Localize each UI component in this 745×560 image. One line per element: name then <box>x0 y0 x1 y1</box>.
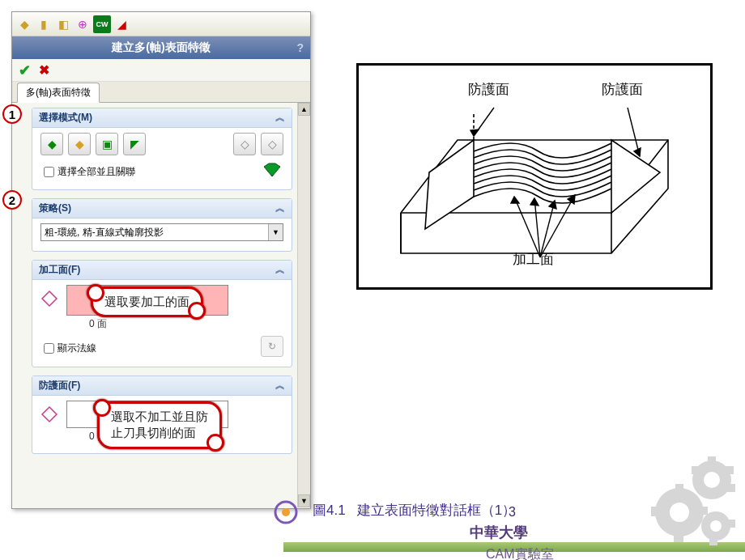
select-mode-btn-1[interactable]: ◆ <box>40 133 63 155</box>
svg-rect-30 <box>700 507 708 515</box>
svg-rect-28 <box>651 507 659 516</box>
strategy-value[interactable] <box>41 224 268 240</box>
lab-name: CAM實驗室 <box>486 546 554 560</box>
tab-cam-icon[interactable]: CW <box>93 15 111 33</box>
feature-manager-tabs: ◆ ▮ ◧ ⊕ CW ◢ <box>12 12 310 36</box>
callout-work-face: 選取要加工的面 <box>91 286 203 317</box>
select-mode-btn-3[interactable]: ▣ <box>96 133 118 155</box>
dropdown-icon[interactable]: ▼ <box>268 224 283 240</box>
filter-btn-1[interactable]: ◇ <box>233 133 256 155</box>
accept-cancel-row: ✔ ✖ <box>12 59 310 82</box>
tab-chart-icon[interactable]: ◢ <box>113 15 130 33</box>
scroll-up-icon[interactable]: ▲ <box>298 103 310 116</box>
tab-surface-feature[interactable]: 多(軸)表面特徵 <box>17 83 100 103</box>
group-header-guard-face[interactable]: 防護面(F) ︽ <box>32 376 292 396</box>
select-all-label: 選擇全部並且關聯 <box>57 165 135 179</box>
select-all-checkbox[interactable] <box>44 167 54 177</box>
ok-button[interactable]: ✔ <box>19 62 31 79</box>
label-guard-left: 防護面 <box>468 80 509 99</box>
scrollbar[interactable]: ▲ ▼ <box>297 103 310 507</box>
guard-face-diamond-icon <box>40 405 58 423</box>
strategy-combo[interactable]: ▼ <box>40 223 283 241</box>
svg-marker-6 <box>634 148 641 156</box>
tab-assembly-icon[interactable]: ◆ <box>15 15 33 33</box>
gears-decor-icon <box>635 452 740 549</box>
refresh-button[interactable]: ↻ <box>261 336 283 357</box>
svg-rect-29 <box>674 534 683 542</box>
select-mode-btn-4[interactable]: ◤ <box>123 133 146 155</box>
diagram-frame: 防護面 防護面 加工面 <box>356 63 713 290</box>
svg-line-11 <box>540 201 555 257</box>
annotation-badge-2: 2 <box>2 190 22 210</box>
cancel-button[interactable]: ✖ <box>39 62 49 78</box>
filter-btn-2[interactable]: ◇ <box>261 133 283 155</box>
svg-line-9 <box>534 198 540 257</box>
collapse-icon[interactable]: ︽ <box>275 379 285 392</box>
gem-icon[interactable] <box>261 160 283 180</box>
property-tabs: 多(軸)表面特徵 <box>12 82 310 103</box>
university-name: 中華大學 <box>470 523 528 542</box>
svg-rect-25 <box>727 484 735 492</box>
group-header-select-mode[interactable]: 選擇模式(M) ︽ <box>32 108 292 128</box>
work-face-count: 0 面 <box>89 317 283 331</box>
help-button[interactable]: ? <box>296 41 304 54</box>
collapse-icon[interactable]: ︽ <box>275 263 285 277</box>
diagram-svg <box>368 75 709 278</box>
svg-rect-24 <box>726 466 734 474</box>
svg-marker-8 <box>511 197 519 203</box>
tab-display-icon[interactable]: ◧ <box>54 15 72 33</box>
select-mode-btn-2[interactable]: ◆ <box>68 133 91 155</box>
group-header-strategy[interactable]: 策略(S) ︽ <box>32 199 292 218</box>
svg-marker-0 <box>264 163 280 176</box>
show-normals-label: 顯示法線 <box>57 342 96 355</box>
svg-rect-27 <box>675 484 683 492</box>
figure-caption: 圖4.1 建立表面特徵對話框（1） <box>313 501 516 520</box>
svg-point-22 <box>710 520 722 532</box>
svg-marker-10 <box>530 198 539 206</box>
svg-point-16 <box>282 508 290 516</box>
callout-guard-face: 選取不加工並且防 止刀具切削的面 <box>97 401 222 449</box>
annotation-badge-1: 1 <box>2 104 22 124</box>
tab-label: 多(軸)表面特徵 <box>26 87 91 98</box>
svg-rect-23 <box>708 456 716 465</box>
tab-target-icon[interactable]: ⊕ <box>74 15 92 33</box>
bullet-decor-icon <box>272 498 300 526</box>
svg-rect-26 <box>692 466 700 474</box>
svg-line-13 <box>540 195 575 257</box>
scroll-down-icon[interactable]: ▼ <box>298 494 310 507</box>
group-select-mode: 選擇模式(M) ︽ ◆ ◆ ▣ ◤ ◇ ◇ 選擇全 <box>32 108 292 190</box>
label-guard-right: 防護面 <box>602 80 643 99</box>
svg-rect-32 <box>709 539 717 545</box>
dialog-title-text: 建立多(軸)表面特徵 <box>112 40 210 55</box>
svg-marker-4 <box>470 129 479 136</box>
collapse-icon[interactable]: ︽ <box>275 111 285 125</box>
group-strategy: 策略(S) ︽ ▼ <box>32 198 292 252</box>
select-all-row[interactable]: 選擇全部並且關聯 <box>44 165 135 179</box>
show-normals-checkbox[interactable] <box>44 343 54 354</box>
svg-marker-1 <box>42 291 57 306</box>
dialog-titlebar: 建立多(軸)表面特徵 ? <box>12 36 310 59</box>
show-normals-row[interactable]: 顯示法線 <box>44 342 96 355</box>
page-number-inline: 3 <box>509 505 516 520</box>
group-header-work-face[interactable]: 加工面(F) ︽ <box>32 261 292 280</box>
svg-marker-2 <box>42 407 57 422</box>
collapse-icon[interactable]: ︽ <box>275 202 285 215</box>
work-face-diamond-icon <box>40 290 58 308</box>
svg-rect-31 <box>727 520 735 528</box>
tab-config-icon[interactable]: ▮ <box>35 15 53 33</box>
label-work-face: 加工面 <box>513 250 554 269</box>
svg-point-18 <box>704 472 720 488</box>
svg-point-20 <box>670 503 689 522</box>
